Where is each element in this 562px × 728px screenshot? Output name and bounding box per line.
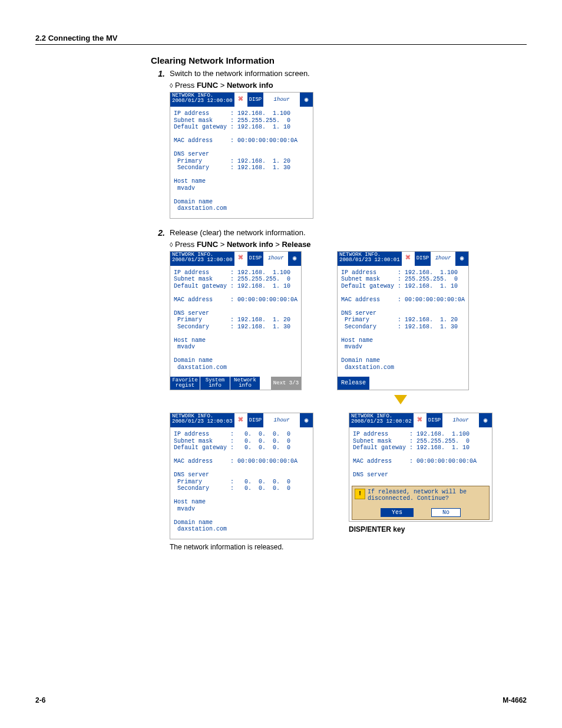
svg-marker-1	[394, 395, 407, 404]
softkey-release[interactable]: Release	[338, 377, 369, 390]
no-button[interactable]: No	[431, 508, 461, 518]
softkey-row: Favorite regist System info Network info…	[170, 377, 301, 390]
warning-icon: !	[355, 489, 365, 499]
camera-icon: ◉	[455, 252, 468, 266]
alarm-icon: ⌘	[234, 252, 247, 266]
softkey-next[interactable]: Next 3/3	[271, 377, 301, 390]
alarm-icon: ⌘	[234, 93, 247, 107]
screen-confirm: NETWORK INFO. 2008/01/23 12:00:02 ⌘ DISP…	[349, 413, 492, 522]
page-header: 2.2 Connecting the MV	[35, 32, 527, 45]
dialog-line1: If released, network will be	[368, 489, 467, 496]
camera-icon: ◉	[300, 93, 313, 107]
yes-button[interactable]: Yes	[381, 508, 414, 518]
step-2: 2. Release (clear) the network informati…	[151, 228, 469, 238]
screen-cleared: NETWORK INFO. 2008/01/23 12:00:03 ⌘ DISP…	[170, 413, 313, 539]
netinfo-body: IP address : 192.168. 1.100 Subnet mask …	[170, 107, 313, 218]
screen-release: NETWORK INFO. 2008/01/23 12:00:01 ⌘ DISP…	[337, 251, 469, 391]
alarm-icon: ⌘	[234, 413, 247, 427]
subsection-title: Clearing Network Information	[151, 55, 469, 65]
camera-icon: ◉	[288, 252, 301, 266]
softkey-network[interactable]: Network info	[230, 377, 260, 390]
step-1: 1. Switch to the network information scr…	[151, 69, 469, 78]
screen-title: NETWORK INFO. 2008/01/23 12:00:00	[170, 93, 234, 107]
section-number: 2.2 Connecting the MV	[35, 34, 117, 42]
diamond-icon: ◊	[170, 82, 173, 89]
camera-icon: ◉	[300, 413, 313, 427]
screens-row-a: NETWORK INFO. 2008/01/23 12:00:00 ⌘ DISP…	[170, 251, 469, 391]
screens-row-b: NETWORK INFO. 2008/01/23 12:00:03 ⌘ DISP…	[170, 413, 469, 551]
timespan: 1hour	[263, 93, 300, 107]
disp-tag: DISP	[247, 93, 264, 107]
alarm-icon: ⌘	[414, 413, 427, 427]
step2-text: Release (clear) the network information.	[170, 228, 469, 238]
page-number: 2-6	[35, 696, 45, 704]
camera-icon: ◉	[479, 413, 492, 427]
screen-netinfo-1: NETWORK INFO. 2008/01/23 12:00:00 ⌘ DISP…	[170, 92, 313, 219]
diamond-icon: ◊	[170, 241, 173, 248]
caption-released: The network information is released.	[170, 543, 313, 551]
caption-dispenter: DISP/ENTER key	[349, 525, 492, 533]
screen-softkeys: NETWORK INFO. 2008/01/23 12:00:00 ⌘ DISP…	[170, 251, 302, 391]
softkey-system[interactable]: System info	[200, 377, 230, 390]
step1-text: Switch to the network information screen…	[170, 69, 469, 78]
arrow-down-icon	[394, 394, 407, 404]
instruction-2: ◊ Press FUNC > Network info > Release	[170, 240, 469, 249]
page-footer: 2-6 M-4662	[35, 696, 527, 704]
alarm-icon: ⌘	[402, 252, 415, 266]
instruction-1: ◊ Press FUNC > Network info	[170, 81, 469, 90]
confirm-dialog: ! If released, network will be disconnec…	[352, 486, 490, 521]
doc-number: M-4662	[503, 696, 527, 704]
step1-number: 1.	[151, 69, 165, 78]
step2-number: 2.	[151, 228, 165, 238]
dialog-line2: disconnected. Continue?	[368, 495, 467, 502]
softkey-favorite[interactable]: Favorite regist	[170, 377, 200, 390]
